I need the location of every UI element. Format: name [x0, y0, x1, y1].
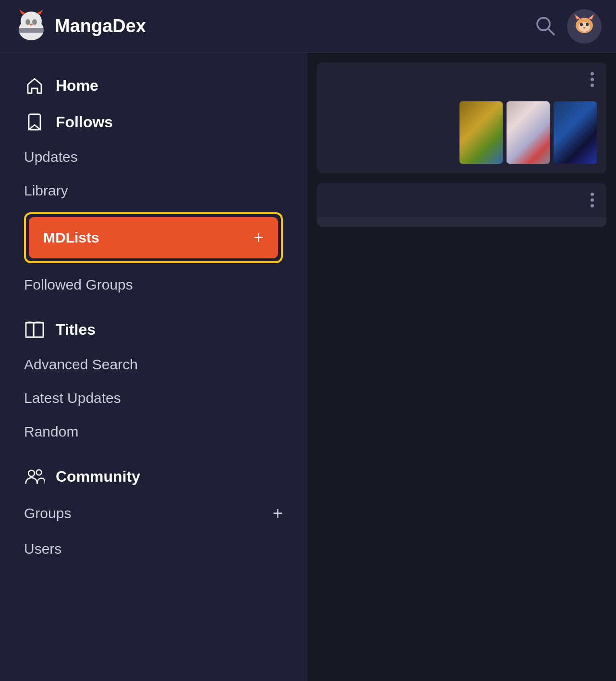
dot [591, 84, 594, 87]
mdlists-button[interactable]: MDLists + [29, 217, 278, 258]
home-label: Home [56, 77, 98, 95]
follows-label: Follows [56, 113, 113, 131]
card-2-top-bar [317, 183, 606, 217]
mangadex-logo-icon [14, 10, 48, 43]
svg-marker-3 [36, 10, 43, 14]
mdlists-plus-icon: + [254, 228, 264, 248]
home-icon [24, 75, 45, 96]
community-label: Community [56, 468, 140, 486]
sidebar-item-random[interactable]: Random [0, 415, 307, 449]
manga-thumb-1[interactable] [459, 101, 503, 164]
search-button[interactable] [534, 15, 556, 37]
dot [591, 72, 594, 75]
mdlists-wrapper: MDLists + [0, 207, 307, 268]
manga-thumbnails-1 [317, 97, 606, 173]
dot [591, 198, 594, 202]
svg-point-4 [25, 19, 30, 25]
sidebar-item-updates[interactable]: Updates [0, 140, 307, 174]
svg-point-17 [580, 23, 583, 26]
bookmark-icon [24, 111, 45, 133]
sidebar-item-users[interactable]: Users [0, 532, 307, 566]
manga-thumb-2[interactable] [507, 101, 550, 164]
latest-updates-label: Latest Updates [24, 390, 121, 406]
mdlists-highlight: MDLists + [24, 212, 283, 263]
groups-label: Groups [24, 505, 71, 522]
content-card-2 [317, 183, 606, 227]
sidebar: Home Follows Updates Library MDLists [0, 53, 307, 681]
avatar[interactable] [567, 9, 602, 44]
content-area [307, 53, 616, 681]
svg-point-18 [586, 23, 589, 26]
header-right [534, 9, 602, 44]
dot [591, 78, 594, 81]
library-label: Library [24, 182, 68, 199]
svg-point-21 [28, 470, 35, 476]
book-icon [24, 319, 45, 340]
sidebar-item-home[interactable]: Home [0, 67, 307, 104]
card-1-more-options[interactable] [588, 69, 597, 90]
card-2-bottom [317, 217, 606, 227]
svg-point-19 [583, 27, 586, 29]
card-2-more-options[interactable] [588, 190, 597, 210]
sidebar-item-titles[interactable]: Titles [0, 311, 307, 348]
svg-marker-2 [19, 10, 26, 14]
sidebar-item-follows[interactable]: Follows [0, 104, 307, 140]
sidebar-item-library[interactable]: Library [0, 174, 307, 207]
random-label: Random [24, 424, 78, 440]
community-icon [24, 466, 45, 487]
dot [591, 204, 594, 207]
svg-point-6 [30, 24, 33, 25]
svg-point-5 [32, 19, 37, 25]
sidebar-item-followed-groups[interactable]: Followed Groups [0, 268, 307, 302]
dot [591, 193, 594, 196]
groups-plus-icon[interactable]: + [273, 503, 283, 523]
header: MangaDex [0, 0, 616, 53]
svg-line-9 [548, 29, 554, 35]
updates-label: Updates [24, 149, 78, 165]
titles-label: Titles [56, 321, 96, 339]
main-layout: Home Follows Updates Library MDLists [0, 53, 616, 681]
svg-point-22 [36, 470, 42, 475]
content-card-1 [317, 62, 606, 173]
logo-container[interactable]: MangaDex [14, 10, 146, 43]
followed-groups-label: Followed Groups [24, 277, 133, 293]
svg-rect-7 [17, 28, 46, 33]
manga-thumb-3[interactable] [554, 101, 597, 164]
sidebar-item-community[interactable]: Community [0, 458, 307, 495]
sidebar-item-groups[interactable]: Groups + [0, 495, 307, 532]
sidebar-item-latest-updates[interactable]: Latest Updates [0, 381, 307, 415]
header-left: MangaDex [14, 10, 146, 43]
mdlists-label: MDLists [43, 230, 99, 246]
card-1-top-bar [317, 62, 606, 97]
sidebar-item-advanced-search[interactable]: Advanced Search [0, 348, 307, 381]
users-label: Users [24, 541, 61, 557]
advanced-search-label: Advanced Search [24, 356, 138, 373]
logo-text: MangaDex [55, 16, 146, 36]
